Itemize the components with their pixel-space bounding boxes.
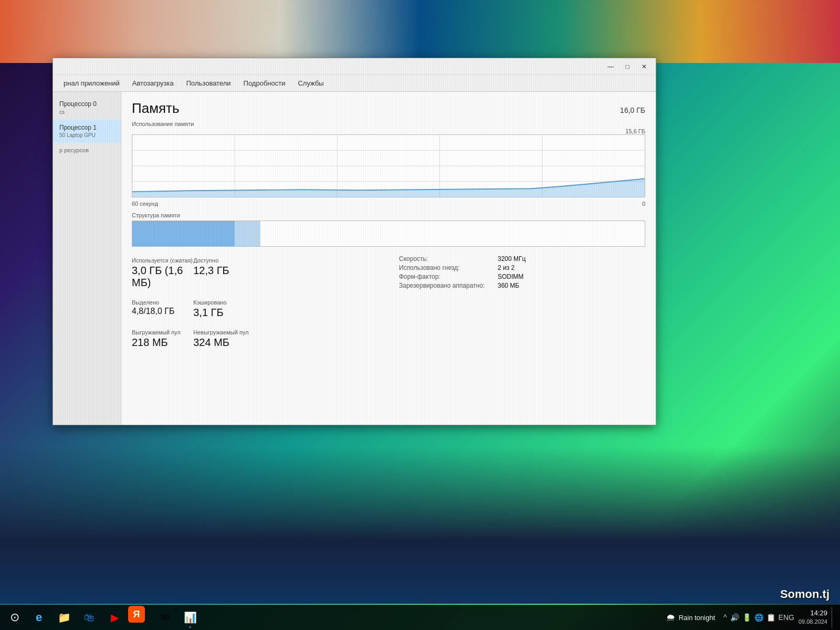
- info-speed: Скорость: 3200 МГц: [399, 255, 645, 262]
- tray-network-icon[interactable]: 🌐: [754, 613, 763, 622]
- maximize-button[interactable]: □: [620, 61, 635, 72]
- content-area: Процессор 0 cs Процессор 1 50 Laptop GPU…: [53, 92, 656, 425]
- weather-widget[interactable]: 🌧 Rain tonight: [662, 612, 719, 623]
- weather-icon: 🌧: [666, 612, 676, 623]
- taskbar-explorer-button[interactable]: 📁: [52, 606, 76, 629]
- active-indicator: [189, 626, 191, 628]
- stats-grid-2: Выделено 4,8/18,0 ГБ Кэшировано 3,1 ГБ: [132, 297, 378, 321]
- stats-grid-3: Выгружаемый пул 218 МБ Невыгружаемый пул…: [132, 327, 378, 351]
- window-controls: — □ ✕: [603, 61, 652, 72]
- taskbar: ⊙ e 📁 🛍 ▶ Я ✉ 📊 🌧 Rain tonight: [0, 605, 840, 630]
- clock-time: 14:29: [799, 608, 827, 618]
- sidebar-footer: р ресурсов: [53, 143, 121, 158]
- stat-available-value: 12,3 ГБ: [193, 265, 255, 277]
- task-manager-window: — □ ✕ рнал приложений Автозагрузка Польз…: [52, 58, 656, 425]
- sidebar-item-cpu1[interactable]: Процессор 1 50 Laptop GPU: [53, 120, 121, 143]
- taskbar-taskmanager-button[interactable]: 📊: [178, 606, 202, 629]
- stat-allocated-label: Выделено: [132, 299, 193, 306]
- stat-nonpaged: Невыгружаемый пул 324 МБ: [193, 327, 255, 351]
- menu-autostart[interactable]: Автозагрузка: [126, 77, 180, 89]
- clock[interactable]: 14:29 09.08.2024: [799, 608, 827, 626]
- total-memory-value: 16,0 ГБ: [620, 106, 645, 114]
- tray-speaker-icon[interactable]: 🔊: [730, 613, 739, 622]
- zero-label: 0: [642, 201, 645, 208]
- tray-lang-label[interactable]: ENG: [779, 613, 794, 622]
- weather-text: Rain tonight: [679, 614, 715, 622]
- stat-used: Используется (сжатая) 3,0 ГБ (1,6 МБ): [132, 255, 193, 291]
- stat-used-value: 3,0 ГБ (1,6 МБ): [132, 265, 193, 289]
- structure-label: Структура памяти: [132, 212, 645, 218]
- info-section: Скорость: 3200 МГц Использовано гнезд: 2…: [399, 255, 645, 351]
- structure-cached-segment: [235, 221, 260, 246]
- taskbar-taskmanager-wrapper: 📊: [178, 606, 202, 629]
- tray-chevron-icon[interactable]: ^: [723, 613, 727, 622]
- stat-nonpaged-label: Невыгружаемый пул: [193, 329, 255, 335]
- info-form: Форм-фактор: SODIMM: [399, 273, 645, 280]
- info-reserved: Зарезервировано аппаратно: 360 МБ: [399, 282, 645, 289]
- chart-max-label: 15,6 ГБ: [625, 128, 645, 134]
- stat-cached-value: 3,1 ГБ: [193, 307, 255, 319]
- section-title: Память: [132, 100, 180, 117]
- wallpaper-top-area: [0, 0, 840, 63]
- taskbar-explorer-wrapper: 📁: [52, 606, 76, 629]
- taskbar-yandex-button[interactable]: Я: [128, 606, 145, 623]
- start-button[interactable]: ⊙: [4, 607, 25, 628]
- memory-structure-bar: [132, 220, 645, 247]
- system-tray: ^ 🔊 🔋 🌐 📋 ENG: [723, 613, 794, 622]
- stat-available: Доступно 12,3 ГБ: [193, 255, 255, 291]
- menu-details[interactable]: Подробности: [237, 77, 292, 89]
- stat-paged: Выгружаемый пул 218 МБ: [132, 327, 193, 351]
- menu-bar: рнал приложений Автозагрузка Пользовател…: [53, 75, 656, 92]
- taskbar-yandex-wrapper: Я: [128, 606, 151, 629]
- stats-section: Используется (сжатая) 3,0 ГБ (1,6 МБ) До…: [132, 255, 378, 351]
- taskbar-mail-button[interactable]: ✉: [153, 606, 176, 629]
- taskbar-store-wrapper: 🛍: [78, 606, 101, 629]
- stats-grid: Используется (сжатая) 3,0 ГБ (1,6 МБ) До…: [132, 255, 378, 291]
- section-header: Память 16,0 ГБ: [132, 100, 645, 119]
- taskbar-youtube-wrapper: ▶: [103, 606, 126, 629]
- taskbar-left: ⊙ e 📁 🛍 ▶ Я ✉ 📊: [4, 606, 202, 629]
- structure-used-segment: [132, 221, 235, 246]
- structure-free-segment: [260, 221, 645, 246]
- close-button[interactable]: ✕: [637, 61, 652, 72]
- chart-row-labels: 60 секунд 0: [132, 200, 645, 208]
- stat-paged-value: 218 МБ: [132, 337, 193, 349]
- stats-info-row: Используется (сжатая) 3,0 ГБ (1,6 МБ) До…: [132, 255, 645, 351]
- taskbar-youtube-button[interactable]: ▶: [103, 606, 126, 629]
- usage-label: Использование памяти: [132, 121, 645, 127]
- taskbar-edge-wrapper: e: [27, 606, 50, 629]
- stat-paged-label: Выгружаемый пул: [132, 329, 193, 335]
- sidebar: Процессор 0 cs Процессор 1 50 Laptop GPU…: [53, 92, 121, 425]
- taskbar-edge-button[interactable]: e: [27, 606, 50, 629]
- tray-clipboard-icon[interactable]: 📋: [766, 613, 775, 622]
- menu-app-log[interactable]: рнал приложений: [57, 77, 126, 89]
- stat-nonpaged-value: 324 МБ: [193, 337, 255, 349]
- main-panel: Память 16,0 ГБ Использование памяти 15,6…: [121, 92, 656, 425]
- memory-chart: [132, 134, 645, 197]
- clock-date: 09.08.2024: [799, 618, 827, 626]
- sidebar-item-cpu0[interactable]: Процессор 0 cs: [53, 96, 121, 120]
- somon-watermark: Somon.tj: [780, 587, 830, 601]
- minimize-button[interactable]: —: [603, 61, 618, 72]
- time-label: 60 секунд: [132, 201, 158, 207]
- menu-users[interactable]: Пользователи: [180, 77, 237, 89]
- taskbar-store-button[interactable]: 🛍: [78, 606, 101, 629]
- stat-available-label: Доступно: [193, 257, 255, 264]
- title-bar: — □ ✕: [53, 58, 656, 75]
- stat-allocated-value: 4,8/18,0 ГБ: [132, 307, 193, 316]
- menu-services[interactable]: Службы: [291, 77, 330, 89]
- wallpaper-bottom-area: [0, 446, 840, 604]
- tray-battery-icon[interactable]: 🔋: [742, 613, 751, 622]
- info-slots: Использовано гнезд: 2 из 2: [399, 264, 645, 271]
- stat-allocated: Выделено 4,8/18,0 ГБ: [132, 297, 193, 321]
- show-desktop-button[interactable]: [832, 607, 836, 628]
- taskbar-mail-wrapper: ✉: [153, 606, 176, 629]
- taskbar-right: 🌧 Rain tonight ^ 🔊 🔋 🌐 📋 ENG 14:29 09.08…: [662, 607, 836, 628]
- stat-cached: Кэшировано 3,1 ГБ: [193, 297, 255, 321]
- stat-cached-label: Кэшировано: [193, 299, 255, 306]
- stat-used-label: Используется (сжатая): [132, 257, 193, 264]
